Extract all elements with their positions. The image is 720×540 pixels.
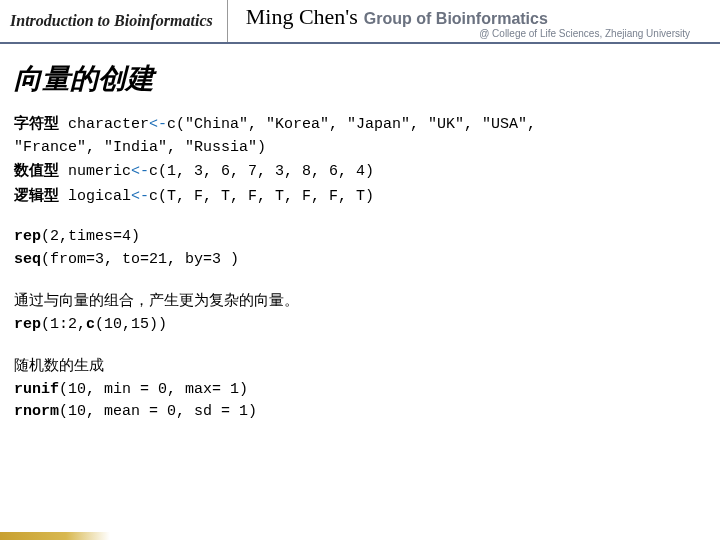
assign-op: <- <box>149 116 167 133</box>
slide-content: 向量的创建 字符型 character<-c("China", "Korea",… <box>0 44 720 456</box>
brand-name: Ming Chen's <box>246 4 358 30</box>
brand-block: Ming Chen's Group of Bioinformatics @ Co… <box>228 0 720 42</box>
code-text: c("China", "Korea", "Japan", "UK", "USA"… <box>167 116 536 133</box>
code-text: logical <box>59 188 131 205</box>
random-example: 随机数的生成 runif(10, min = 0, max= 1) rnorm(… <box>14 354 706 424</box>
brand-group: Group of Bioinformatics <box>364 10 548 28</box>
assign-op: <- <box>131 188 149 205</box>
rep-seq-examples: rep(2,times=4) seq(from=3, to=21, by=3 ) <box>14 226 706 271</box>
logical-type-label: 逻辑型 <box>14 187 59 203</box>
random-desc: 随机数的生成 <box>14 354 706 377</box>
runif-fn: runif <box>14 381 59 398</box>
code-text: (10, min = 0, max= 1) <box>59 381 248 398</box>
course-title: Introduction to Bioinformatics <box>0 0 228 42</box>
combine-example: 通过与向量的组合，产生更为复杂的向量。 rep(1:2,c(10,15)) <box>14 289 706 336</box>
code-text: (1:2, <box>41 316 86 333</box>
code-text: numeric <box>59 163 131 180</box>
rep-fn: rep <box>14 228 41 245</box>
c-fn: c <box>86 316 95 333</box>
vector-type-examples: 字符型 character<-c("China", "Korea", "Japa… <box>14 112 706 208</box>
rnorm-fn: rnorm <box>14 403 59 420</box>
code-text: character <box>59 116 149 133</box>
code-text: (10,15)) <box>95 316 167 333</box>
code-text: c(T, F, T, F, T, F, F, T) <box>149 188 374 205</box>
assign-op: <- <box>131 163 149 180</box>
code-text: "France", "India", "Russia") <box>14 139 266 156</box>
code-text: (2,times=4) <box>41 228 140 245</box>
footer-accent-bar <box>0 532 110 540</box>
combine-desc: 通过与向量的组合，产生更为复杂的向量。 <box>14 289 706 312</box>
code-text: c(1, 3, 6, 7, 3, 8, 6, 4) <box>149 163 374 180</box>
rep-fn: rep <box>14 316 41 333</box>
code-text: (from=3, to=21, by=3 ) <box>41 251 239 268</box>
brand-subtitle: @ College of Life Sciences, Zhejiang Uni… <box>246 28 720 39</box>
code-text: (10, mean = 0, sd = 1) <box>59 403 257 420</box>
slide-header: Introduction to Bioinformatics Ming Chen… <box>0 0 720 44</box>
numeric-type-label: 数值型 <box>14 162 59 178</box>
page-title: 向量的创建 <box>14 60 706 98</box>
seq-fn: seq <box>14 251 41 268</box>
char-type-label: 字符型 <box>14 115 59 131</box>
